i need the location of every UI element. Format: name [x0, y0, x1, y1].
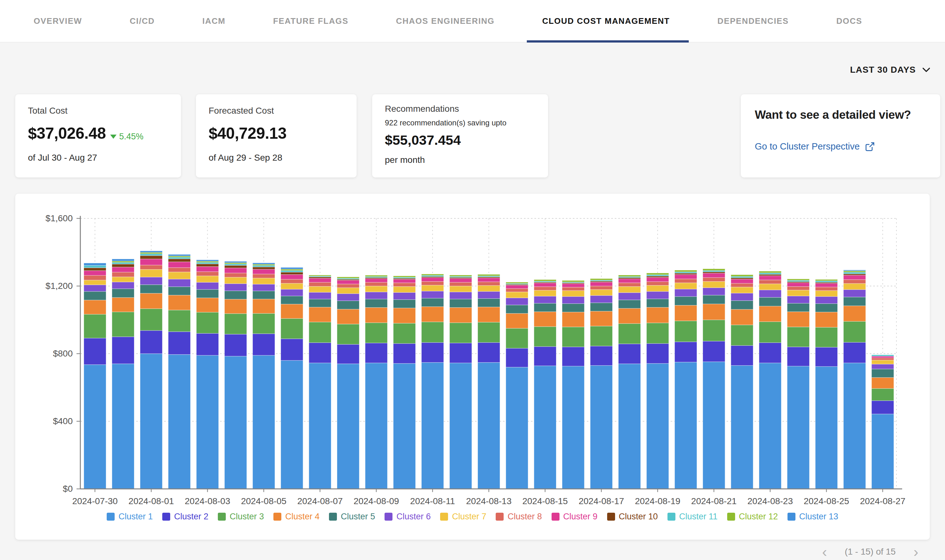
forecasted-cost-title: Forecasted Cost: [209, 106, 344, 116]
svg-text:$1,600: $1,600: [45, 213, 73, 223]
bar-2024-08-06[interactable]: [281, 267, 303, 489]
legend-cluster-10[interactable]: Cluster 10: [607, 512, 658, 522]
cluster-perspective-link-label: Go to Cluster Perspective: [755, 141, 860, 152]
bar-2024-08-27[interactable]: [872, 355, 894, 489]
legend-swatch-icon: [496, 513, 503, 521]
bar-2024-08-11[interactable]: [422, 274, 443, 489]
svg-text:2024-08-13: 2024-08-13: [466, 496, 511, 506]
tab-docs[interactable]: DOCS: [833, 0, 866, 42]
forecasted-cost-period: of Aug 29 - Sep 28: [209, 153, 344, 163]
bar-2024-08-01[interactable]: [140, 251, 162, 489]
time-range-dropdown[interactable]: LAST 30 DAYS: [850, 62, 930, 77]
bar-2024-08-08[interactable]: [337, 277, 359, 489]
legend-swatch-icon: [440, 513, 448, 521]
bar-2024-08-05[interactable]: [253, 263, 275, 489]
bar-2024-08-20[interactable]: [675, 270, 697, 489]
legend-label: Cluster 7: [452, 512, 486, 522]
legend-cluster-6[interactable]: Cluster 6: [385, 512, 431, 522]
legend-label: Cluster 13: [799, 512, 838, 522]
bar-2024-08-26[interactable]: [843, 270, 866, 489]
pagination-label: (1 - 15) of 15: [845, 547, 896, 557]
svg-text:2024-08-05: 2024-08-05: [241, 496, 286, 506]
legend-label: Cluster 2: [174, 512, 208, 522]
cluster-cost-chart-card: $0$400$800$1,200$1,6002024-07-302024-08-…: [15, 194, 930, 540]
legend-cluster-2[interactable]: Cluster 2: [162, 512, 208, 522]
module-tab-bar: OVERVIEWCI/CDIACMFEATURE FLAGSCHAOS ENGI…: [0, 0, 945, 43]
bar-2024-08-13[interactable]: [477, 274, 500, 489]
forecasted-cost-value: $40,729.13: [209, 124, 286, 143]
svg-text:2024-08-11: 2024-08-11: [410, 496, 455, 506]
bar-2024-07-31[interactable]: [112, 259, 134, 489]
legend-label: Cluster 12: [739, 512, 778, 522]
tab-chaos-engineering[interactable]: CHAOS ENGINEERING: [393, 0, 497, 42]
bars: [84, 251, 894, 489]
tab-ci-cd[interactable]: CI/CD: [126, 0, 158, 42]
bar-2024-07-30[interactable]: [84, 263, 106, 489]
legend-label: Cluster 8: [508, 512, 542, 522]
bar-2024-08-21[interactable]: [703, 269, 725, 489]
bar-2024-08-07[interactable]: [309, 275, 331, 489]
cluster-perspective-link[interactable]: Go to Cluster Perspective: [755, 141, 926, 152]
legend-label: Cluster 10: [619, 512, 658, 522]
bar-2024-08-19[interactable]: [646, 273, 669, 489]
bar-2024-08-09[interactable]: [365, 275, 388, 489]
bar-2024-08-17[interactable]: [590, 279, 613, 489]
legend-cluster-8[interactable]: Cluster 8: [496, 512, 542, 522]
page-next-icon[interactable]: ›: [914, 545, 918, 558]
legend-cluster-3[interactable]: Cluster 3: [218, 512, 264, 522]
svg-text:2024-08-15: 2024-08-15: [522, 496, 568, 506]
recommendations-title: Recommendations: [385, 104, 536, 114]
legend-swatch-icon: [668, 513, 676, 521]
detailed-view-title: Want to see a detailed view?: [755, 108, 926, 122]
legend-cluster-1[interactable]: Cluster 1: [107, 512, 153, 522]
legend-label: Cluster 4: [285, 512, 319, 522]
bar-2024-08-12[interactable]: [449, 275, 472, 489]
tab-iacm[interactable]: IACM: [199, 0, 229, 42]
triangle-down-icon: [110, 135, 117, 139]
x-axis-labels: 2024-07-302024-08-012024-08-032024-08-05…: [72, 496, 905, 506]
svg-text:2024-08-07: 2024-08-07: [297, 496, 343, 506]
detailed-view-card: Want to see a detailed view? Go to Clust…: [741, 94, 940, 177]
bar-2024-08-10[interactable]: [393, 276, 416, 489]
bar-2024-08-16[interactable]: [562, 280, 584, 489]
svg-text:2024-08-01: 2024-08-01: [129, 496, 174, 506]
svg-text:2024-08-25: 2024-08-25: [804, 496, 849, 506]
external-link-icon: [865, 142, 875, 152]
legend-cluster-11[interactable]: Cluster 11: [668, 512, 718, 522]
legend-cluster-5[interactable]: Cluster 5: [329, 512, 375, 522]
tab-cloud-cost-management[interactable]: CLOUD COST MANAGEMENT: [539, 0, 673, 42]
legend-cluster-12[interactable]: Cluster 12: [727, 512, 778, 522]
recommendations-suffix: per month: [385, 155, 536, 165]
legend-label: Cluster 11: [679, 512, 718, 522]
bar-2024-08-04[interactable]: [225, 261, 247, 489]
legend-cluster-9[interactable]: Cluster 9: [552, 512, 598, 522]
total-cost-delta: 5.45%: [110, 132, 143, 142]
bar-2024-08-25[interactable]: [816, 279, 838, 489]
legend-cluster-7[interactable]: Cluster 7: [440, 512, 486, 522]
total-cost-card: Total Cost $37,026.48 5.45% of Jul 30 - …: [15, 94, 181, 177]
legend-label: Cluster 3: [229, 512, 264, 522]
page-prev-icon[interactable]: ‹: [822, 545, 827, 558]
bar-2024-08-03[interactable]: [196, 260, 219, 489]
bar-2024-08-24[interactable]: [787, 279, 810, 489]
bar-2024-08-22[interactable]: [731, 275, 753, 489]
total-cost-delta-value: 5.45%: [119, 132, 143, 142]
legend-swatch-icon: [607, 513, 615, 521]
bar-2024-08-14[interactable]: [506, 282, 528, 489]
bar-2024-08-18[interactable]: [618, 275, 640, 489]
legend-label: Cluster 1: [119, 512, 153, 522]
tab-dependencies[interactable]: DEPENDENCIES: [714, 0, 792, 42]
recommendations-subtitle: 922 recommendation(s) saving upto: [385, 118, 536, 127]
legend-cluster-4[interactable]: Cluster 4: [273, 512, 319, 522]
recommendations-value: $55,037.454: [385, 132, 536, 148]
svg-text:2024-08-23: 2024-08-23: [748, 496, 793, 506]
legend-swatch-icon: [218, 513, 226, 521]
legend-cluster-13[interactable]: Cluster 13: [788, 512, 838, 522]
bar-2024-08-23[interactable]: [759, 271, 781, 489]
legend-swatch-icon: [385, 513, 392, 521]
bar-2024-08-15[interactable]: [534, 280, 556, 489]
tab-overview[interactable]: OVERVIEW: [31, 0, 85, 42]
bar-2024-08-02[interactable]: [168, 254, 191, 489]
tab-feature-flags[interactable]: FEATURE FLAGS: [270, 0, 351, 42]
svg-text:$1,200: $1,200: [45, 281, 73, 291]
